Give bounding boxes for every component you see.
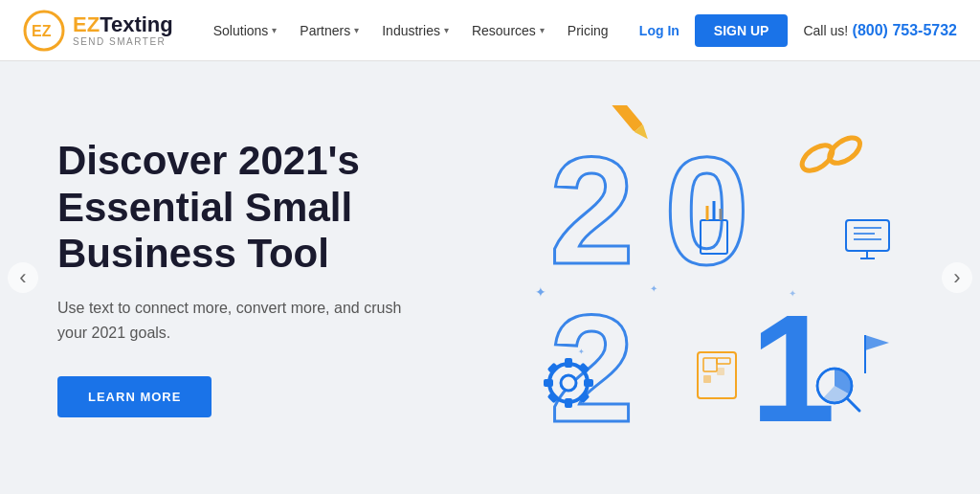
chevron-down-icon: ▾: [444, 25, 449, 35]
call-prefix: Call us!: [803, 23, 848, 38]
logo-icon: EZ: [23, 10, 65, 52]
hero-content: Discover 2021's Essential Small Business…: [0, 100, 459, 455]
login-button[interactable]: Log In: [639, 23, 679, 38]
svg-point-27: [561, 375, 576, 391]
nav-pricing-label: Pricing: [568, 23, 609, 38]
carousel-prev-button[interactable]: ‹: [8, 262, 38, 293]
nav-solutions-label: Solutions: [213, 23, 269, 38]
chevron-down-icon: ▾: [354, 25, 359, 35]
nav-links: Solutions ▾ Partners ▾ Industries ▾ Reso…: [204, 15, 639, 46]
svg-point-11: [825, 133, 864, 168]
svg-rect-39: [717, 358, 730, 364]
nav-item-resources[interactable]: Resources ▾: [462, 15, 554, 46]
logo-text: EZTexting SEND SMARTER: [73, 14, 173, 47]
svg-rect-37: [703, 358, 717, 371]
svg-rect-38: [703, 375, 711, 383]
nav-resources-label: Resources: [472, 23, 536, 38]
svg-text:✦: ✦: [789, 288, 796, 299]
nav-item-partners[interactable]: Partners ▾: [290, 15, 368, 46]
svg-rect-31: [544, 379, 553, 387]
nav-item-industries[interactable]: Industries ▾: [372, 15, 458, 46]
chevron-down-icon: ▾: [272, 25, 277, 35]
logo-tagline: SEND SMARTER: [73, 37, 173, 47]
logo-link[interactable]: EZ EZTexting SEND SMARTER: [23, 10, 173, 52]
nav-industries-label: Industries: [382, 23, 440, 38]
call-info: Call us! (800) 753-5732: [803, 22, 957, 39]
svg-rect-29: [565, 398, 572, 408]
navbar: EZ EZTexting SEND SMARTER Solutions ▾ Pa…: [0, 0, 980, 61]
svg-text:✦: ✦: [650, 283, 657, 294]
svg-rect-28: [565, 358, 572, 368]
svg-text:1: 1: [750, 282, 835, 450]
logo-texting: Texting: [100, 12, 173, 36]
illustration-svg: 2 0 2 1: [521, 105, 903, 450]
hero-section: ‹ Discover 2021's Essential Small Busine…: [0, 61, 980, 494]
svg-rect-40: [717, 368, 724, 375]
nav-item-solutions[interactable]: Solutions ▾: [204, 15, 287, 46]
carousel-next-button[interactable]: ›: [942, 262, 972, 293]
svg-text:2: 2: [549, 124, 635, 296]
nav-partners-label: Partners: [300, 23, 350, 38]
svg-line-42: [847, 398, 859, 411]
hero-title: Discover 2021's Essential Small Business…: [57, 138, 402, 277]
learn-more-button[interactable]: LEARN MORE: [57, 376, 212, 417]
call-number[interactable]: (800) 753-5732: [853, 22, 957, 38]
hero-illustration: 2 0 2 1: [521, 105, 903, 450]
nav-right: Log In SIGN UP Call us! (800) 753-5732: [639, 14, 957, 47]
nav-item-pricing[interactable]: Pricing: [558, 15, 618, 46]
svg-text:✦: ✦: [578, 348, 585, 356]
svg-marker-45: [865, 335, 889, 350]
signup-button[interactable]: SIGN UP: [695, 14, 789, 47]
svg-rect-12: [846, 220, 889, 251]
hero-subtitle: Use text to connect more, convert more, …: [57, 296, 402, 345]
chevron-down-icon: ▾: [540, 25, 545, 35]
svg-text:EZ: EZ: [32, 23, 52, 39]
logo-ez: EZ: [73, 12, 100, 36]
svg-rect-30: [584, 379, 593, 387]
svg-text:✦: ✦: [535, 284, 546, 300]
